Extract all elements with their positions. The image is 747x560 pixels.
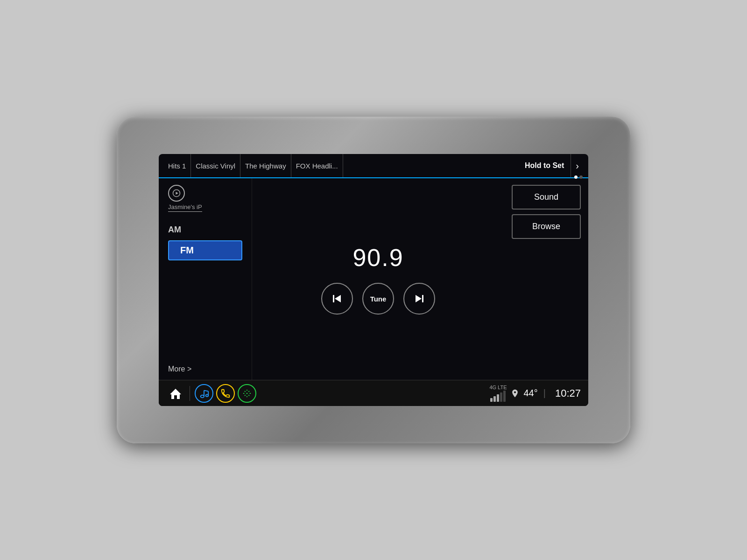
bar-5 <box>503 391 506 402</box>
svg-marker-1 <box>176 192 178 195</box>
am-button[interactable]: AM <box>168 223 242 237</box>
svg-rect-2 <box>333 295 334 302</box>
skip-back-icon <box>331 292 344 305</box>
time-display: 10:27 <box>555 387 581 399</box>
left-panel: Jasmine's iP AM FM More > <box>159 178 252 380</box>
status-bar: 4G LTE 44° | 10:27 <box>159 380 588 406</box>
source-icon-circle[interactable] <box>168 185 185 202</box>
phone-nav-item[interactable] <box>216 384 235 403</box>
home-nav-item[interactable] <box>166 384 185 403</box>
more-label: More > <box>168 365 191 373</box>
svg-point-12 <box>247 392 248 394</box>
band-buttons: AM FM <box>168 223 242 260</box>
car-display-bezel: Hits 1 Classic Vinyl The Highway FOX Hea… <box>117 117 630 443</box>
presets-bar: Hits 1 Classic Vinyl The Highway FOX Hea… <box>159 154 588 178</box>
page-dots <box>574 175 583 179</box>
music-icon <box>199 388 209 399</box>
home-icon <box>169 387 182 400</box>
svg-line-10 <box>204 390 208 391</box>
browse-button[interactable]: Browse <box>512 214 581 239</box>
apps-nav-item[interactable] <box>238 384 256 403</box>
center-panel: 90.9 Tune <box>252 178 504 380</box>
bar-2 <box>493 396 496 402</box>
prev-button[interactable] <box>321 283 353 315</box>
svg-line-17 <box>245 391 246 392</box>
svg-point-7 <box>201 395 204 398</box>
svg-line-20 <box>245 395 246 395</box>
source-name: Jasmine's iP <box>168 203 202 212</box>
source-area: Jasmine's iP <box>168 185 242 212</box>
fm-button[interactable]: FM <box>168 240 242 260</box>
next-button[interactable] <box>403 283 435 315</box>
preset-fox[interactable]: FOX Headli... <box>291 154 343 177</box>
svg-rect-4 <box>422 295 423 302</box>
status-separator: | <box>543 388 546 399</box>
tune-button[interactable]: Tune <box>362 283 394 315</box>
svg-marker-6 <box>170 389 181 399</box>
presets-next-arrow[interactable]: › <box>571 154 584 177</box>
svg-line-19 <box>249 391 249 392</box>
svg-marker-3 <box>335 295 341 302</box>
preset-highway[interactable]: The Highway <box>240 154 291 177</box>
status-right: 4G LTE 44° | 10:27 <box>489 385 581 402</box>
lte-label: 4G LTE <box>489 385 507 390</box>
right-panel: Sound Browse <box>504 178 588 380</box>
svg-line-18 <box>249 395 249 395</box>
phone-icon <box>220 388 231 399</box>
dot-1 <box>574 175 578 179</box>
bar-1 <box>490 398 493 402</box>
sound-button[interactable]: Sound <box>512 185 581 210</box>
play-icon <box>172 189 181 197</box>
infotainment-screen: Hits 1 Classic Vinyl The Highway FOX Hea… <box>159 154 588 406</box>
preset-hits1[interactable]: Hits 1 <box>163 154 191 177</box>
signal-bars <box>490 391 506 402</box>
signal-area: 4G LTE <box>489 385 507 402</box>
frequency-display: 90.9 <box>352 244 403 272</box>
more-button[interactable]: More > <box>168 365 242 373</box>
bar-4 <box>500 392 502 402</box>
main-content: Jasmine's iP AM FM More > 90.9 <box>159 178 588 380</box>
apps-icon <box>242 388 252 399</box>
nav-icons <box>166 384 489 403</box>
preset-classic-vinyl[interactable]: Classic Vinyl <box>191 154 240 177</box>
location-icon <box>510 389 520 398</box>
music-nav-item[interactable] <box>195 384 213 403</box>
dot-2 <box>579 175 583 179</box>
skip-forward-icon <box>413 292 426 305</box>
svg-marker-5 <box>416 295 422 302</box>
preset-hold-to-set[interactable]: Hold to Set <box>518 154 571 177</box>
bar-3 <box>497 394 499 402</box>
temperature-display: 44° <box>523 388 537 399</box>
playback-controls: Tune <box>321 283 435 315</box>
nav-divider-1 <box>190 386 190 401</box>
